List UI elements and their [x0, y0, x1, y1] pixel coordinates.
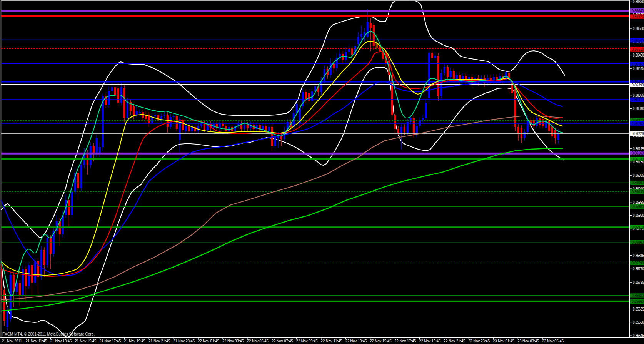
svg-text:0.86510: 0.86510	[632, 47, 644, 52]
svg-text:0.85545: 0.85545	[633, 333, 644, 338]
svg-text:0.85680: 0.85680	[632, 293, 644, 298]
svg-text:22 Nov 17:45: 22 Nov 17:45	[394, 339, 416, 343]
svg-text:0.86030: 0.86030	[632, 189, 644, 194]
svg-text:22 Nov 07:45: 22 Nov 07:45	[272, 339, 293, 343]
svg-text:0.86160: 0.86160	[632, 151, 644, 155]
svg-text:22 Nov 05:45: 22 Nov 05:45	[247, 339, 269, 343]
svg-text:22 Nov 09:45: 22 Nov 09:45	[296, 339, 318, 343]
svg-text:21 Nov 19:45: 21 Nov 19:45	[124, 339, 145, 343]
svg-text:0.86445: 0.86445	[633, 66, 644, 71]
svg-text:0.85910: 0.85910	[632, 225, 644, 229]
svg-text:FXCM MT4, © 2001-2011 MetaQuot: FXCM MT4, © 2001-2011 MetaQuotes Softwar…	[2, 332, 95, 336]
svg-text:0.85980: 0.85980	[632, 204, 644, 209]
svg-text:0.86670: 0.86670	[633, 0, 644, 4]
svg-text:0.85635: 0.85635	[633, 307, 644, 311]
svg-text:0.86540: 0.86540	[632, 38, 644, 43]
svg-text:0.86490: 0.86490	[633, 53, 644, 57]
svg-text:22 Nov 15:45: 22 Nov 15:45	[370, 339, 391, 343]
svg-text:0.86226: 0.86226	[632, 131, 644, 136]
svg-text:21 Nov 2011: 21 Nov 2011	[2, 339, 22, 343]
svg-text:0.86580: 0.86580	[633, 26, 644, 31]
svg-text:0.85815: 0.85815	[633, 253, 644, 258]
svg-text:0.86260: 0.86260	[632, 121, 644, 126]
svg-text:22 Nov 21:45: 22 Nov 21:45	[444, 339, 465, 343]
svg-text:23 Nov 01:45: 23 Nov 01:45	[493, 339, 514, 343]
svg-text:21 Nov 17:45: 21 Nov 17:45	[99, 339, 121, 343]
svg-text:0.85790: 0.85790	[632, 261, 644, 265]
svg-text:21 Nov 11:45: 21 Nov 11:45	[25, 339, 47, 343]
svg-text:0.85950: 0.85950	[633, 213, 644, 218]
svg-text:0.86640: 0.86640	[632, 8, 644, 13]
svg-text:0.86340: 0.86340	[632, 97, 644, 102]
svg-text:0.85590: 0.85590	[633, 320, 644, 324]
svg-text:0.86460: 0.86460	[632, 62, 644, 66]
svg-text:0.86060: 0.86060	[632, 180, 644, 185]
svg-text:22 Nov 03:45: 22 Nov 03:45	[222, 339, 244, 343]
svg-text:21 Nov 13:45: 21 Nov 13:45	[50, 339, 72, 343]
svg-text:0.85660: 0.85660	[632, 299, 644, 304]
svg-text:23 Nov 03:45: 23 Nov 03:45	[517, 339, 539, 343]
svg-text:0.86310: 0.86310	[633, 106, 644, 111]
svg-text:21 Nov 23:45: 21 Nov 23:45	[173, 339, 195, 343]
svg-text:21 Nov 21:45: 21 Nov 21:45	[148, 339, 170, 343]
svg-text:22 Nov 23:45: 22 Nov 23:45	[468, 339, 490, 343]
svg-text:21 Nov 15:45: 21 Nov 15:45	[75, 339, 96, 343]
svg-text:0.86620: 0.86620	[632, 14, 644, 19]
svg-text:0.86085: 0.86085	[633, 173, 644, 178]
svg-text:0.86355: 0.86355	[633, 93, 644, 98]
svg-text:0.85770: 0.85770	[633, 266, 644, 271]
svg-text:0.86140: 0.86140	[632, 157, 644, 161]
svg-text:0.86390: 0.86390	[632, 83, 644, 87]
svg-text:0.85995: 0.85995	[633, 200, 644, 204]
svg-text:0.85725: 0.85725	[633, 280, 644, 284]
svg-text:0.86175: 0.86175	[633, 146, 644, 151]
svg-text:22 Nov 19:45: 22 Nov 19:45	[419, 339, 440, 343]
svg-text:22 Nov 13:45: 22 Nov 13:45	[345, 339, 367, 343]
svg-text:23 Nov 05:45: 23 Nov 05:45	[542, 339, 564, 343]
svg-text:22 Nov 01:45: 22 Nov 01:45	[198, 339, 219, 343]
svg-text:22 Nov 11:45: 22 Nov 11:45	[321, 339, 342, 343]
svg-text:0.85860: 0.85860	[632, 240, 644, 244]
